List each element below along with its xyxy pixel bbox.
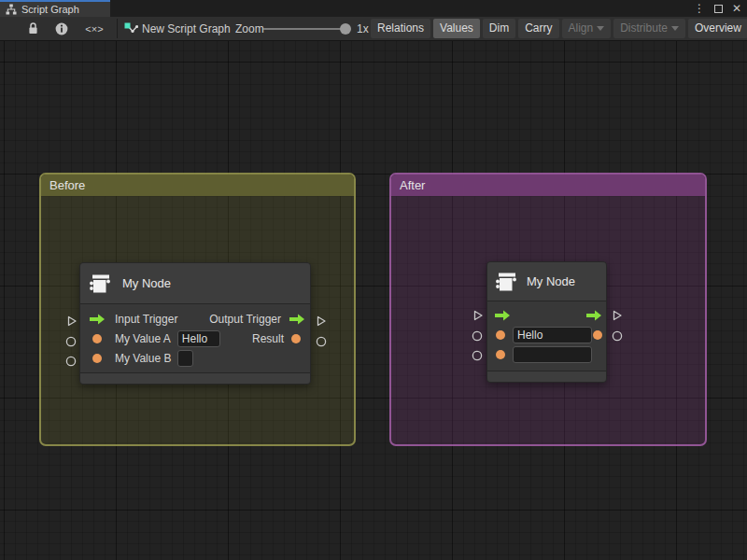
exec-port-outline-icon[interactable] xyxy=(66,315,78,327)
port-label-my-value-b: My Value B xyxy=(115,352,171,365)
node-footer xyxy=(80,373,310,384)
value-port-outline-icon[interactable] xyxy=(65,336,77,347)
port-label-my-value-a: My Value A xyxy=(115,332,171,345)
value-port-outline-icon[interactable] xyxy=(472,330,483,342)
unit-node-icon xyxy=(89,272,113,296)
zoom-label: Zoom xyxy=(235,17,264,40)
node-header[interactable]: My Node xyxy=(80,263,310,303)
exec-output-port-icon[interactable] xyxy=(585,310,602,321)
value-port-outline-icon[interactable] xyxy=(472,350,483,361)
node-row-trigger: Input Trigger Output Trigger xyxy=(80,309,310,329)
chevron-down-icon xyxy=(671,26,679,31)
exec-input-port-icon[interactable] xyxy=(89,314,106,325)
node-row-value-a: My Value A Result xyxy=(80,329,310,348)
node-title: My Node xyxy=(122,276,171,290)
group-before-header[interactable]: Before xyxy=(41,175,354,196)
exec-port-outline-icon[interactable] xyxy=(612,310,623,321)
node-row-trigger xyxy=(487,305,606,325)
info-button[interactable] xyxy=(54,17,69,40)
code-preview-button[interactable]: <×> xyxy=(82,17,106,40)
port-label-result: Result xyxy=(252,332,284,345)
overview-button[interactable]: Overview xyxy=(688,19,747,38)
close-icon[interactable]: ✕ xyxy=(732,2,741,15)
value-b-input[interactable] xyxy=(513,346,592,363)
info-icon xyxy=(55,22,68,35)
node-footer xyxy=(487,371,606,382)
code-preview-icon: <×> xyxy=(85,23,103,35)
exec-port-outline-icon[interactable] xyxy=(316,315,327,327)
value-input-port-dot[interactable] xyxy=(496,330,505,340)
value-b-input[interactable] xyxy=(177,350,193,367)
menu-icon[interactable]: ⋮ xyxy=(694,2,705,15)
dim-button[interactable]: Dim xyxy=(483,19,515,38)
node-after[interactable]: My Node xyxy=(486,261,607,383)
value-input-port-dot[interactable] xyxy=(496,350,505,359)
value-port-outline-icon[interactable] xyxy=(65,356,77,367)
carry-button[interactable]: Carry xyxy=(518,19,558,38)
maximize-icon[interactable] xyxy=(714,5,723,13)
node-title: My Node xyxy=(527,274,575,288)
lock-button[interactable] xyxy=(25,17,40,40)
value-a-input[interactable] xyxy=(177,330,220,347)
exec-port-outline-icon[interactable] xyxy=(472,310,484,321)
unit-node-icon xyxy=(495,270,519,294)
value-port-outline-icon[interactable] xyxy=(612,330,623,342)
exec-output-port-icon[interactable] xyxy=(289,314,305,325)
node-row-value-a xyxy=(487,325,606,344)
node-before[interactable]: My Node Input Trigger Output Trigger xyxy=(79,262,311,385)
graph-canvas[interactable]: Before After My Node xyxy=(0,41,747,560)
graph-hierarchy-icon xyxy=(6,4,17,15)
new-graph-icon xyxy=(123,17,138,40)
tab-label: Script Graph xyxy=(21,4,79,15)
window-controls: ⋮ ✕ xyxy=(694,1,741,16)
zoom-slider-handle[interactable] xyxy=(340,23,351,35)
tab-bar: Script Graph ⋮ ✕ xyxy=(0,0,747,17)
value-a-input[interactable] xyxy=(513,327,592,343)
port-label-input-trigger: Input Trigger xyxy=(115,313,177,326)
node-row-value-b: My Value B xyxy=(80,348,310,368)
script-graph-window: Script Graph ⋮ ✕ <×> xyxy=(0,0,747,560)
distribute-button[interactable]: Distribute xyxy=(613,19,685,38)
value-output-port-dot[interactable] xyxy=(593,330,602,340)
value-output-port-dot[interactable] xyxy=(291,334,301,343)
align-button[interactable]: Align xyxy=(562,19,612,38)
zoom-value: 1x xyxy=(357,17,369,40)
relations-button[interactable]: Relations xyxy=(371,19,430,38)
zoom-slider[interactable] xyxy=(263,28,344,30)
toolbar-toggle-group: Relations Values Dim Carry Align Distrib… xyxy=(371,17,747,40)
node-header[interactable]: My Node xyxy=(487,262,606,301)
chevron-down-icon xyxy=(597,26,604,31)
group-before-title: Before xyxy=(49,178,85,192)
values-button[interactable]: Values xyxy=(433,19,480,38)
tab-script-graph[interactable]: Script Graph xyxy=(0,0,110,17)
lock-icon xyxy=(27,21,39,35)
value-port-outline-icon[interactable] xyxy=(316,336,327,347)
group-after-title: After xyxy=(400,178,425,192)
value-input-port-dot[interactable] xyxy=(92,334,102,343)
node-body xyxy=(487,301,606,371)
new-graph-label[interactable]: New Script Graph xyxy=(142,17,231,40)
group-after-header[interactable]: After xyxy=(391,175,705,196)
port-label-output-trigger: Output Trigger xyxy=(209,313,281,326)
toolbar-separator xyxy=(117,19,118,38)
value-input-port-dot[interactable] xyxy=(92,354,102,363)
node-body: Input Trigger Output Trigger My Value A xyxy=(80,303,310,373)
exec-input-port-icon[interactable] xyxy=(494,310,511,321)
node-row-value-b xyxy=(487,344,606,364)
graph-toolbar: <×> New Script Graph Zoom 1x Relations V… xyxy=(0,17,747,41)
